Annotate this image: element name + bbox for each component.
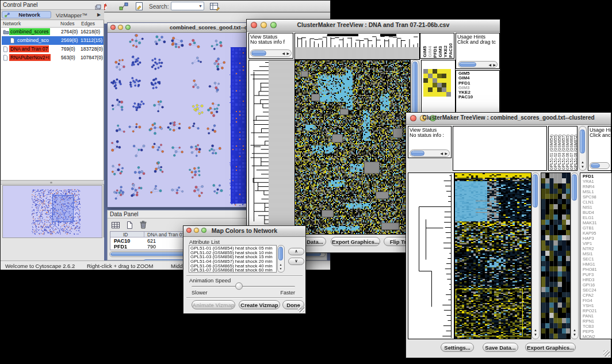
tv2-gene-label: MON2 bbox=[582, 334, 611, 339]
tv2-settings-button[interactable]: Settings... bbox=[441, 343, 474, 352]
create-vizmap-button[interactable]: Create Vizmap bbox=[239, 300, 280, 309]
scroll-up-icon[interactable]: ▲ bbox=[581, 160, 584, 164]
attr-col-id[interactable]: ID bbox=[123, 232, 128, 237]
delete-attribute-trash-icon[interactable] bbox=[139, 220, 148, 232]
animation-speed-slider[interactable] bbox=[192, 286, 295, 288]
network-list-row[interactable]: combined_sco2569(6)13112(15) bbox=[2, 36, 104, 45]
column-header-network[interactable]: Network bbox=[3, 21, 21, 26]
tab-overflow-arrow[interactable]: ▶ bbox=[97, 12, 101, 17]
search-input[interactable]: ▼ bbox=[171, 2, 204, 10]
scroll-up-icon[interactable]: ▲ bbox=[534, 328, 537, 332]
scrollbar-thumb[interactable] bbox=[459, 62, 476, 67]
tv2-heatmap[interactable] bbox=[454, 173, 531, 339]
column-header-edges[interactable]: Edges bbox=[81, 21, 95, 26]
matrix-cell bbox=[423, 78, 428, 83]
scrollbar-thumb[interactable] bbox=[572, 174, 577, 201]
view-status-text: No status info : bbox=[410, 132, 444, 138]
usage-hints-hscrollbar[interactable]: ◀ ▶ bbox=[458, 61, 498, 68]
tv1-mini-matrix[interactable] bbox=[423, 69, 451, 97]
scroll-up-icon[interactable]: ▲ bbox=[280, 263, 282, 266]
scroll-down-icon[interactable]: ▼ bbox=[581, 165, 584, 168]
chevron-down-icon[interactable]: ▼ bbox=[198, 4, 202, 8]
nodes-count: 563(0) bbox=[61, 55, 75, 60]
annotation-icon[interactable] bbox=[134, 1, 144, 14]
scroll-right-icon[interactable]: ▶ bbox=[445, 152, 447, 155]
column-header-nodes[interactable]: Nodes bbox=[60, 21, 75, 26]
tv2-column-dendrogram[interactable] bbox=[453, 126, 547, 171]
network-canvas[interactable] bbox=[109, 33, 228, 206]
scroll-right-icon[interactable]: ▶ bbox=[493, 63, 496, 67]
tv1-column-label: GIM4 bbox=[427, 46, 433, 58]
tv2-column-label: GPL51-03 (GSM856) bbox=[557, 135, 561, 170]
tv1-row-dendrogram[interactable] bbox=[248, 60, 295, 235]
attribute-list-vscrollbar[interactable]: ▲ ▼ bbox=[277, 245, 285, 273]
new-attribute-icon[interactable] bbox=[125, 221, 134, 232]
plugin-icon[interactable] bbox=[118, 1, 129, 14]
edges-count: 183728(0) bbox=[81, 46, 103, 52]
network-list-row[interactable]: DNA and Tran 07769(0)183728(0) bbox=[2, 45, 104, 53]
attribute-table-icon[interactable] bbox=[111, 221, 120, 232]
matrix-cell bbox=[433, 78, 437, 83]
usage-hints-text: Click anc bbox=[590, 132, 611, 138]
attribute-list-item[interactable]: GPL51-07 (GSM868) heat shock 60 min bbox=[189, 268, 276, 273]
resize-grip[interactable] bbox=[603, 350, 610, 357]
tv1-column-dendrogram[interactable] bbox=[294, 33, 420, 60]
birdseye-view[interactable] bbox=[2, 185, 102, 238]
scroll-down-icon[interactable]: ▼ bbox=[573, 333, 576, 336]
attribute-list[interactable]: GPL51-01 (GSM854) heat shock 05 minGPL51… bbox=[189, 245, 277, 273]
network-list-row[interactable]: RNAPuberNov2+I563(0)107847(0) bbox=[2, 53, 104, 62]
scrollbar-thumb[interactable] bbox=[533, 174, 538, 208]
treeview1-titlebar[interactable]: ClusterMaker TreeView : DNA and Tran 07-… bbox=[247, 20, 500, 32]
move-down-button[interactable]: ∨ bbox=[288, 258, 304, 265]
scroll-left-icon[interactable]: ◀ bbox=[488, 63, 491, 67]
matrix-cell bbox=[437, 92, 442, 97]
scroll-left-icon[interactable]: ◀ bbox=[282, 52, 285, 55]
tv2-zoom-heatmap[interactable] bbox=[541, 173, 571, 339]
tv2-row-dendrogram[interactable] bbox=[408, 173, 454, 339]
scrollbar-thumb[interactable] bbox=[278, 247, 283, 260]
scroll-down-icon[interactable]: ▼ bbox=[280, 267, 282, 270]
animation-speed-label: Animation Speed bbox=[189, 277, 231, 283]
view-status-hscrollbar[interactable]: ◀ ▶ bbox=[410, 150, 450, 157]
scrollbar-thumb[interactable] bbox=[251, 51, 266, 56]
tv2-export-graphics-button[interactable]: Export Graphics... bbox=[525, 343, 576, 352]
edges-count: 107847(0) bbox=[81, 55, 103, 60]
scrollbar-thumb[interactable] bbox=[580, 129, 585, 154]
tv2-gene-label: MAK31 bbox=[582, 220, 611, 225]
tab-vizmapper[interactable]: VizMapper™ bbox=[56, 12, 87, 18]
scrollbar-thumb[interactable] bbox=[411, 151, 424, 156]
tv1-heatmap[interactable] bbox=[294, 60, 411, 235]
move-up-button[interactable]: ∧ bbox=[288, 248, 304, 255]
slider-thumb[interactable] bbox=[235, 282, 243, 290]
scroll-right-icon[interactable]: ▶ bbox=[286, 52, 289, 55]
animate-vizmap-button[interactable]: Animate Vizmap bbox=[192, 300, 235, 309]
tab-network[interactable]: Network bbox=[2, 11, 51, 18]
scroll-up-icon[interactable]: ▲ bbox=[573, 328, 576, 332]
tv1-export-graphics-button[interactable]: Export Graphics... bbox=[331, 237, 380, 246]
treeview2-title: ClusterMaker TreeView : combined_scores_… bbox=[406, 114, 611, 121]
scroll-down-icon[interactable]: ▼ bbox=[534, 333, 537, 336]
usage-hints-hscrollbar[interactable] bbox=[590, 162, 610, 169]
table-edit-icon[interactable] bbox=[209, 1, 220, 14]
matrix-cell bbox=[437, 83, 442, 87]
control-panel: Control Panel Network VizMapper™ ▶ Netwo… bbox=[1, 1, 104, 237]
network-list-row[interactable]: combined_scores2764(0)16218(0) bbox=[2, 28, 104, 36]
tv1-usage-hints-panel: Usage Hints Click and drag tc ◀ ▶ bbox=[456, 33, 500, 69]
scroll-left-icon[interactable]: ◀ bbox=[440, 152, 443, 155]
view-status-hscrollbar[interactable]: ◀ ▶ bbox=[250, 49, 292, 57]
panel-splitter[interactable] bbox=[1, 180, 104, 185]
treeview2-titlebar[interactable]: ClusterMaker TreeView : combined_scores_… bbox=[406, 113, 611, 125]
resize-grip[interactable] bbox=[298, 306, 304, 312]
usage-hints-text: Click and drag tc bbox=[457, 39, 496, 45]
network-name: DNA and Tran 07 bbox=[9, 45, 49, 52]
tv2-collabel-vscrollbar[interactable]: ▲ ▼ bbox=[579, 126, 587, 171]
tv2-gene-label: VIP1 bbox=[582, 241, 611, 246]
matrix-cell bbox=[446, 92, 451, 97]
scrollbar-thumb[interactable] bbox=[591, 163, 600, 168]
tv2-zoom-vscrollbar[interactable]: ▲ ▼ bbox=[571, 173, 579, 339]
tv2-save-data-button[interactable]: Save Data... bbox=[483, 343, 518, 352]
matrix-cell bbox=[428, 69, 433, 74]
matrix-cell bbox=[442, 74, 446, 78]
dialog-titlebar[interactable]: Map Colors to Network bbox=[183, 226, 305, 237]
tv2-heatmap-vscrollbar[interactable]: ▲ ▼ bbox=[531, 173, 540, 339]
